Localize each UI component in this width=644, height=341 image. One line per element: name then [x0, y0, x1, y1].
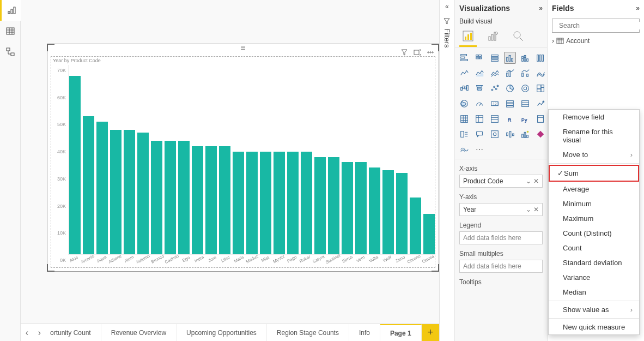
- xaxis-dropdown-icon[interactable]: ⌄: [526, 177, 531, 185]
- viz-type-button[interactable]: [458, 52, 470, 64]
- page-scroll-right[interactable]: ›: [33, 324, 46, 341]
- filters-pane-label[interactable]: Filters: [443, 17, 451, 47]
- menu-item[interactable]: Median: [549, 285, 639, 300]
- xaxis-remove-icon[interactable]: ✕: [533, 177, 539, 185]
- viz-type-button[interactable]: [519, 52, 531, 64]
- add-page-button[interactable]: +: [422, 324, 439, 341]
- bar[interactable]: [396, 65, 408, 254]
- fields-search-box[interactable]: [552, 19, 640, 33]
- bar[interactable]: [164, 65, 177, 254]
- viz-type-button[interactable]: [458, 113, 470, 125]
- viz-type-button[interactable]: [473, 82, 485, 94]
- bar[interactable]: [287, 65, 299, 254]
- xaxis-field-well[interactable]: Product Code ⌄✕: [459, 175, 543, 188]
- viz-type-button[interactable]: [458, 67, 470, 79]
- viz-type-button[interactable]: [489, 128, 501, 140]
- page-tab[interactable]: Upcoming Opportunities: [177, 324, 267, 341]
- viz-type-button[interactable]: [534, 52, 546, 64]
- bar[interactable]: [368, 65, 381, 254]
- table-account[interactable]: › Account: [552, 37, 640, 45]
- viz-type-button[interactable]: [473, 52, 485, 64]
- bar[interactable]: [273, 65, 285, 254]
- visual-container[interactable]: ≡ Year by Product Code 0K10K20K30K40K50K…: [47, 44, 439, 272]
- viz-type-button[interactable]: [534, 82, 546, 94]
- bar[interactable]: [82, 65, 95, 254]
- viz-type-button[interactable]: [458, 82, 470, 94]
- bar[interactable]: [69, 65, 81, 254]
- bar[interactable]: [382, 65, 394, 254]
- bar[interactable]: [355, 65, 367, 254]
- bar[interactable]: [327, 65, 340, 254]
- viz-type-button[interactable]: [519, 98, 531, 110]
- bar[interactable]: [150, 65, 163, 254]
- fields-search-input[interactable]: [559, 22, 641, 29]
- build-visual-tab[interactable]: [460, 28, 476, 44]
- bar[interactable]: [409, 65, 422, 254]
- viz-type-button[interactable]: [534, 128, 546, 140]
- collapse-fields-button[interactable]: »: [636, 4, 640, 12]
- menu-item[interactable]: Move to›: [549, 147, 639, 162]
- menu-item[interactable]: Standard deviation: [549, 255, 639, 270]
- menu-item[interactable]: Remove field: [549, 110, 639, 124]
- more-options-icon[interactable]: [426, 47, 435, 57]
- page-scroll-left[interactable]: ‹: [21, 324, 33, 341]
- bar[interactable]: [191, 65, 204, 254]
- viz-type-button[interactable]: [504, 67, 516, 79]
- viz-type-button[interactable]: [504, 82, 516, 94]
- menu-item[interactable]: Minimum: [549, 196, 639, 211]
- viz-type-button[interactable]: [534, 98, 546, 110]
- bar[interactable]: [178, 65, 190, 254]
- bar[interactable]: [96, 65, 108, 254]
- viz-type-button[interactable]: [504, 128, 516, 140]
- page-tab[interactable]: Info: [349, 324, 380, 341]
- viz-type-button[interactable]: [534, 113, 546, 125]
- viz-type-button[interactable]: [534, 67, 546, 79]
- resize-handle-tl[interactable]: [47, 44, 54, 51]
- viz-type-button[interactable]: R: [504, 113, 516, 125]
- viz-type-button[interactable]: [519, 128, 531, 140]
- viz-type-button[interactable]: [519, 67, 531, 79]
- yaxis-remove-icon[interactable]: ✕: [533, 206, 539, 213]
- visual-drag-handle[interactable]: ≡: [235, 46, 251, 54]
- menu-item[interactable]: Variance: [549, 270, 639, 285]
- yaxis-field-well[interactable]: Year ⌄✕: [459, 203, 543, 216]
- viz-type-button[interactable]: [458, 143, 470, 155]
- menu-item[interactable]: Rename for this visual: [549, 124, 639, 147]
- viz-type-button[interactable]: Py: [519, 113, 531, 125]
- bar[interactable]: [259, 65, 272, 254]
- report-canvas[interactable]: ≡ Year by Product Code 0K10K20K30K40K50K…: [21, 0, 439, 324]
- page-tab[interactable]: ortunity Count: [46, 324, 101, 341]
- bar[interactable]: [314, 65, 326, 254]
- page-tab[interactable]: Revenue Overview: [101, 324, 177, 341]
- viz-type-button[interactable]: [504, 98, 516, 110]
- viz-type-button[interactable]: [489, 67, 501, 79]
- bar[interactable]: [123, 65, 136, 254]
- focus-mode-icon[interactable]: [412, 47, 422, 57]
- viz-type-button[interactable]: [489, 52, 501, 64]
- viz-type-button[interactable]: [458, 128, 470, 140]
- report-view-button[interactable]: [0, 0, 21, 21]
- collapse-visualizations-button[interactable]: »: [539, 4, 543, 12]
- viz-type-button[interactable]: [519, 82, 531, 94]
- expand-filters-button[interactable]: «: [440, 0, 454, 13]
- bar[interactable]: [246, 65, 258, 254]
- yaxis-dropdown-icon[interactable]: ⌄: [526, 206, 531, 213]
- page-tab[interactable]: Region Stage Counts: [267, 324, 349, 341]
- menu-item[interactable]: Average: [549, 182, 639, 196]
- menu-item[interactable]: New quick measure: [549, 320, 639, 334]
- menu-item[interactable]: Maximum: [549, 211, 639, 226]
- viz-type-button[interactable]: [473, 113, 485, 125]
- page-tab[interactable]: Page 1: [380, 324, 422, 341]
- bar[interactable]: [205, 65, 217, 254]
- viz-type-button[interactable]: 123: [489, 98, 501, 110]
- viz-type-button[interactable]: [489, 82, 501, 94]
- menu-item[interactable]: Count: [549, 241, 639, 255]
- viz-type-button[interactable]: [504, 52, 516, 64]
- bar[interactable]: [300, 65, 313, 254]
- bar[interactable]: [110, 65, 122, 254]
- viz-type-button[interactable]: [473, 128, 485, 140]
- viz-more-button[interactable]: ⋯: [473, 143, 485, 155]
- data-view-button[interactable]: [0, 21, 21, 41]
- format-visual-tab[interactable]: [485, 28, 501, 44]
- menu-item[interactable]: Count (Distinct): [549, 226, 639, 241]
